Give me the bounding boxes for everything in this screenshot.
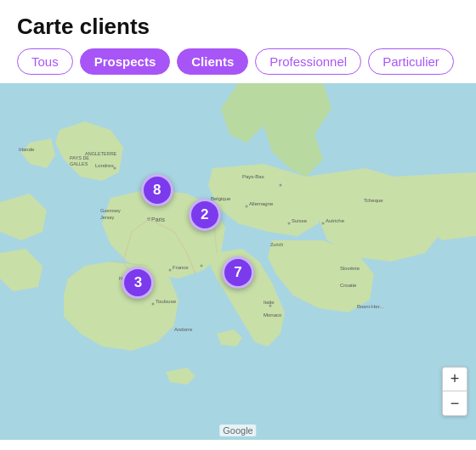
svg-text:Zurich: Zurich [270, 242, 283, 247]
svg-point-10 [288, 222, 291, 225]
svg-point-37 [201, 265, 203, 267]
svg-text:Pays-Bas: Pays-Bas [242, 174, 264, 179]
map-watermark: Google [219, 425, 256, 436]
svg-point-16 [169, 269, 172, 272]
svg-point-5 [114, 167, 116, 170]
svg-text:Monaco: Monaco [264, 312, 282, 318]
filter-particulier[interactable]: Particulier [368, 48, 454, 75]
svg-text:Andorre: Andorre [174, 327, 193, 332]
svg-text:Londres: Londres [95, 163, 114, 168]
svg-point-12 [322, 222, 325, 225]
zoom-out-button[interactable]: − [443, 391, 467, 415]
svg-text:Toulouse: Toulouse [156, 299, 177, 304]
svg-text:GALLES: GALLES [70, 161, 88, 166]
svg-text:Bosni-Her...: Bosni-Her... [357, 304, 384, 309]
map-container[interactable]: Paris Londres Allemagne Suisse Autriche … [0, 83, 476, 440]
cluster-8[interactable]: 8 [141, 174, 173, 206]
svg-text:Irlande: Irlande [19, 147, 35, 152]
zoom-in-button[interactable]: + [443, 368, 467, 391]
filter-bar: Tous Prospects Clients Professionnel Par… [17, 48, 459, 75]
filter-tous[interactable]: Tous [17, 48, 73, 75]
filter-prospects[interactable]: Prospects [80, 48, 171, 75]
svg-text:ANGLETERRE: ANGLETERRE [85, 151, 117, 156]
svg-text:Allemagne: Allemagne [249, 201, 274, 206]
svg-text:Slovénie: Slovénie [340, 266, 360, 271]
cluster-3[interactable]: 3 [122, 267, 154, 299]
svg-text:Guernsey: Guernsey [100, 208, 121, 213]
svg-text:Jersey: Jersey [100, 215, 114, 220]
filter-professionnel[interactable]: Professionnel [255, 48, 361, 75]
svg-point-14 [152, 303, 155, 306]
filter-clients[interactable]: Clients [177, 48, 248, 75]
svg-text:Italie: Italie [264, 300, 275, 305]
svg-point-7 [246, 205, 248, 208]
svg-text:France: France [173, 265, 189, 270]
zoom-controls: + − [442, 367, 468, 416]
svg-text:Suisse: Suisse [292, 218, 308, 223]
page-title: Carte clients [17, 14, 459, 40]
svg-text:Belgique: Belgique [211, 196, 231, 201]
svg-point-9 [280, 184, 282, 187]
svg-text:Autriche: Autriche [326, 218, 345, 223]
cluster-2[interactable]: 2 [189, 199, 221, 231]
svg-text:Tcheque: Tcheque [364, 198, 383, 203]
svg-text:Croatie: Croatie [340, 283, 357, 288]
header: Carte clients Tous Prospects Clients Pro… [0, 0, 476, 83]
map-background: Paris Londres Allemagne Suisse Autriche … [0, 83, 476, 440]
cluster-7[interactable]: 7 [222, 256, 254, 289]
